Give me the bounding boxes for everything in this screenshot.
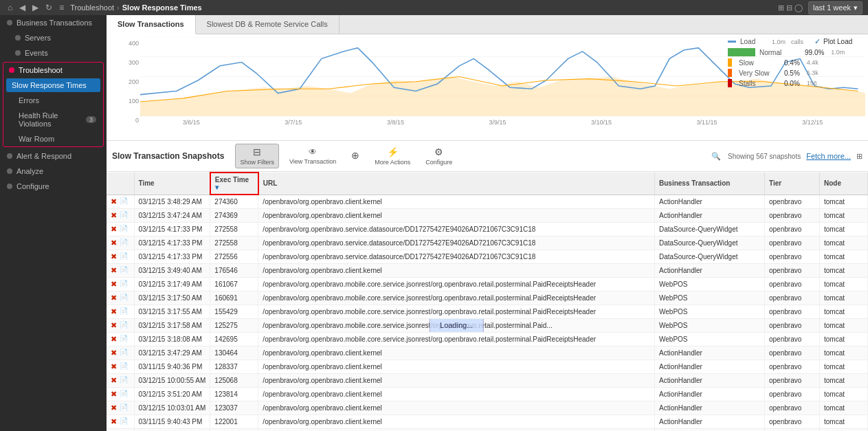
row-tier[interactable]: openbravo: [765, 236, 820, 250]
expand-icon[interactable]: ⊞: [856, 152, 863, 161]
row-tier[interactable]: openbravo: [765, 332, 820, 346]
sidebar-item-troubleshoot[interactable]: Troubleshoot: [3, 63, 103, 78]
row-node[interactable]: tomcat: [820, 387, 868, 401]
doc-icon[interactable]: 📄: [120, 321, 128, 330]
error-icon[interactable]: ✖: [111, 404, 117, 412]
row-bt[interactable]: ActionHandler: [655, 428, 765, 431]
doc-icon[interactable]: 📄: [120, 376, 128, 385]
row-bt[interactable]: ActionHandler: [655, 263, 765, 277]
sidebar-item-business-transactions[interactable]: Business Transactions: [0, 15, 107, 30]
doc-icon[interactable]: 📄: [120, 280, 128, 289]
doc-icon[interactable]: 📄: [120, 294, 128, 302]
time-range-selector[interactable]: last 1 week ▾: [808, 1, 863, 14]
row-bt[interactable]: WebPOS: [655, 332, 765, 346]
row-node[interactable]: tomcat: [820, 208, 868, 222]
sidebar-item-errors[interactable]: Errors: [3, 93, 103, 108]
sidebar-item-health-rule-violations[interactable]: Health Rule Violations 3: [3, 108, 103, 131]
error-icon[interactable]: ✖: [111, 197, 117, 206]
view-transaction-button[interactable]: 👁 View Transaction: [285, 144, 341, 168]
row-bt[interactable]: DataSource-QueryWidget: [655, 236, 765, 250]
col-header-time[interactable]: Time: [134, 173, 210, 195]
error-icon[interactable]: ✖: [111, 294, 117, 302]
plot-load-toggle[interactable]: ✓ Plot Load: [814, 37, 852, 46]
doc-icon[interactable]: 📄: [120, 390, 128, 399]
row-node[interactable]: tomcat: [820, 360, 868, 373]
fetch-more-link[interactable]: Fetch more...: [806, 152, 851, 160]
row-tier[interactable]: openbravo: [765, 428, 820, 431]
capture-button[interactable]: ⊕: [346, 147, 364, 165]
row-node[interactable]: tomcat: [820, 250, 868, 263]
row-node[interactable]: tomcat: [820, 236, 868, 250]
error-icon[interactable]: ✖: [111, 239, 117, 247]
row-bt[interactable]: ActionHandler: [655, 401, 765, 415]
row-tier[interactable]: openbravo: [765, 291, 820, 305]
row-node[interactable]: tomcat: [820, 222, 868, 236]
sidebar-item-configure[interactable]: Configure: [0, 179, 107, 194]
doc-icon[interactable]: 📄: [120, 266, 128, 275]
row-node[interactable]: tomcat: [820, 401, 868, 415]
col-header-url[interactable]: URL: [258, 173, 655, 195]
row-bt[interactable]: WebPOS: [655, 318, 765, 332]
doc-icon[interactable]: 📄: [120, 307, 128, 316]
row-bt[interactable]: WebPOS: [655, 291, 765, 305]
row-bt[interactable]: ActionHandler: [655, 360, 765, 373]
row-tier[interactable]: openbravo: [765, 387, 820, 401]
row-bt[interactable]: ActionHandler: [655, 387, 765, 401]
refresh-button[interactable]: ↻: [43, 2, 54, 13]
tab-slowest-db[interactable]: Slowest DB & Remote Service Calls: [196, 15, 340, 34]
row-tier[interactable]: openbravo: [765, 277, 820, 291]
more-actions-button[interactable]: ⚡ More Actions: [370, 144, 415, 168]
row-tier[interactable]: openbravo: [765, 373, 820, 387]
error-icon[interactable]: ✖: [111, 376, 117, 385]
error-icon[interactable]: ✖: [111, 335, 117, 344]
forward-button[interactable]: ▶: [30, 2, 41, 13]
configure-button[interactable]: ⚙ Configure: [421, 144, 457, 168]
doc-icon[interactable]: 📄: [120, 335, 128, 344]
row-node[interactable]: tomcat: [820, 428, 868, 431]
sidebar-item-alert-respond[interactable]: Alert & Respond: [0, 148, 107, 164]
row-tier[interactable]: openbravo: [765, 415, 820, 428]
show-filters-button[interactable]: ⊟ Show Filters: [235, 144, 279, 168]
error-icon[interactable]: ✖: [111, 417, 117, 426]
row-tier[interactable]: openbravo: [765, 401, 820, 415]
row-tier[interactable]: openbravo: [765, 195, 820, 208]
row-node[interactable]: tomcat: [820, 346, 868, 360]
row-tier[interactable]: openbravo: [765, 222, 820, 236]
error-icon[interactable]: ✖: [111, 252, 117, 261]
doc-icon[interactable]: 📄: [120, 349, 128, 357]
col-header-tier[interactable]: Tier: [765, 173, 820, 195]
row-node[interactable]: tomcat: [820, 195, 868, 208]
row-node[interactable]: tomcat: [820, 332, 868, 346]
row-node[interactable]: tomcat: [820, 318, 868, 332]
row-tier[interactable]: openbravo: [765, 318, 820, 332]
error-icon[interactable]: ✖: [111, 280, 117, 289]
row-bt[interactable]: ActionHandler: [655, 208, 765, 222]
row-node[interactable]: tomcat: [820, 415, 868, 428]
col-header-node[interactable]: Node: [820, 173, 868, 195]
doc-icon[interactable]: 📄: [120, 252, 128, 261]
row-tier[interactable]: openbravo: [765, 305, 820, 318]
row-node[interactable]: tomcat: [820, 373, 868, 387]
doc-icon[interactable]: 📄: [120, 404, 128, 412]
row-node[interactable]: tomcat: [820, 277, 868, 291]
error-icon[interactable]: ✖: [111, 307, 117, 316]
sidebar-item-events[interactable]: Events: [0, 45, 107, 60]
col-header-bt[interactable]: Business Transaction: [655, 173, 765, 195]
error-icon[interactable]: ✖: [111, 349, 117, 357]
error-icon[interactable]: ✖: [111, 266, 117, 275]
sidebar-item-war-room[interactable]: War Room: [3, 131, 103, 146]
sidebar-item-slow-response-times[interactable]: Slow Response Times: [6, 78, 100, 92]
error-icon[interactable]: ✖: [111, 211, 117, 220]
breadcrumb-parent[interactable]: Troubleshoot: [70, 3, 114, 12]
error-icon[interactable]: ✖: [111, 225, 117, 234]
row-bt[interactable]: DataSource-QueryWidget: [655, 222, 765, 236]
error-icon[interactable]: ✖: [111, 362, 117, 371]
row-node[interactable]: tomcat: [820, 291, 868, 305]
row-tier[interactable]: openbravo: [765, 346, 820, 360]
error-icon[interactable]: ✖: [111, 390, 117, 399]
row-bt[interactable]: WebPOS: [655, 277, 765, 291]
doc-icon[interactable]: 📄: [120, 239, 128, 247]
row-tier[interactable]: openbravo: [765, 360, 820, 373]
doc-icon[interactable]: 📄: [120, 211, 128, 220]
home-button[interactable]: ⌂: [5, 2, 14, 13]
